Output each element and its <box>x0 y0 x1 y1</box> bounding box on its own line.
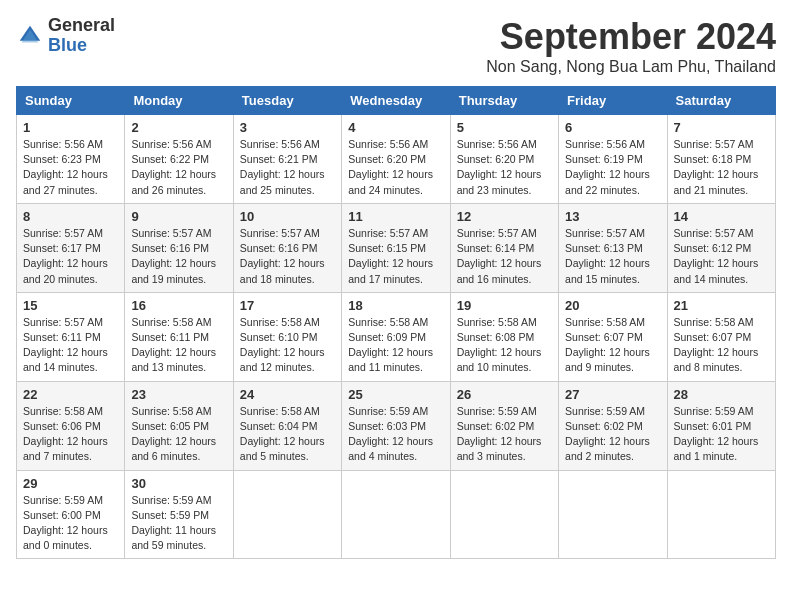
day-cell: 29Sunrise: 5:59 AMSunset: 6:00 PMDayligh… <box>17 470 125 559</box>
day-cell: 14Sunrise: 5:57 AMSunset: 6:12 PMDayligh… <box>667 203 775 292</box>
day-number: 29 <box>23 476 118 491</box>
day-cell: 8Sunrise: 5:57 AMSunset: 6:17 PMDaylight… <box>17 203 125 292</box>
week-row-5: 29Sunrise: 5:59 AMSunset: 6:00 PMDayligh… <box>17 470 776 559</box>
day-number: 6 <box>565 120 660 135</box>
day-cell <box>450 470 558 559</box>
day-cell <box>342 470 450 559</box>
day-number: 12 <box>457 209 552 224</box>
logo-blue-text: Blue <box>48 36 115 56</box>
day-info: Sunrise: 5:56 AMSunset: 6:22 PMDaylight:… <box>131 137 226 198</box>
day-cell: 2Sunrise: 5:56 AMSunset: 6:22 PMDaylight… <box>125 115 233 204</box>
day-info: Sunrise: 5:59 AMSunset: 6:01 PMDaylight:… <box>674 404 769 465</box>
day-cell: 4Sunrise: 5:56 AMSunset: 6:20 PMDaylight… <box>342 115 450 204</box>
day-info: Sunrise: 5:57 AMSunset: 6:16 PMDaylight:… <box>240 226 335 287</box>
day-info: Sunrise: 5:57 AMSunset: 6:12 PMDaylight:… <box>674 226 769 287</box>
day-number: 17 <box>240 298 335 313</box>
day-info: Sunrise: 5:56 AMSunset: 6:20 PMDaylight:… <box>457 137 552 198</box>
day-number: 1 <box>23 120 118 135</box>
day-cell: 30Sunrise: 5:59 AMSunset: 5:59 PMDayligh… <box>125 470 233 559</box>
day-number: 11 <box>348 209 443 224</box>
day-number: 15 <box>23 298 118 313</box>
day-cell: 5Sunrise: 5:56 AMSunset: 6:20 PMDaylight… <box>450 115 558 204</box>
header-cell-sunday: Sunday <box>17 87 125 115</box>
header-cell-thursday: Thursday <box>450 87 558 115</box>
day-info: Sunrise: 5:58 AMSunset: 6:08 PMDaylight:… <box>457 315 552 376</box>
day-cell: 24Sunrise: 5:58 AMSunset: 6:04 PMDayligh… <box>233 381 341 470</box>
week-row-1: 1Sunrise: 5:56 AMSunset: 6:23 PMDaylight… <box>17 115 776 204</box>
title-area: September 2024 Non Sang, Nong Bua Lam Ph… <box>486 16 776 76</box>
header-cell-saturday: Saturday <box>667 87 775 115</box>
header-cell-monday: Monday <box>125 87 233 115</box>
day-cell: 16Sunrise: 5:58 AMSunset: 6:11 PMDayligh… <box>125 292 233 381</box>
day-cell: 26Sunrise: 5:59 AMSunset: 6:02 PMDayligh… <box>450 381 558 470</box>
day-info: Sunrise: 5:56 AMSunset: 6:21 PMDaylight:… <box>240 137 335 198</box>
day-cell <box>559 470 667 559</box>
logo-text: General Blue <box>48 16 115 56</box>
day-cell: 6Sunrise: 5:56 AMSunset: 6:19 PMDaylight… <box>559 115 667 204</box>
day-cell: 25Sunrise: 5:59 AMSunset: 6:03 PMDayligh… <box>342 381 450 470</box>
day-cell: 22Sunrise: 5:58 AMSunset: 6:06 PMDayligh… <box>17 381 125 470</box>
day-number: 9 <box>131 209 226 224</box>
day-info: Sunrise: 5:56 AMSunset: 6:20 PMDaylight:… <box>348 137 443 198</box>
day-info: Sunrise: 5:58 AMSunset: 6:06 PMDaylight:… <box>23 404 118 465</box>
header-cell-wednesday: Wednesday <box>342 87 450 115</box>
day-number: 22 <box>23 387 118 402</box>
day-number: 25 <box>348 387 443 402</box>
day-number: 8 <box>23 209 118 224</box>
day-info: Sunrise: 5:58 AMSunset: 6:05 PMDaylight:… <box>131 404 226 465</box>
header-row: SundayMondayTuesdayWednesdayThursdayFrid… <box>17 87 776 115</box>
day-info: Sunrise: 5:57 AMSunset: 6:15 PMDaylight:… <box>348 226 443 287</box>
day-number: 20 <box>565 298 660 313</box>
day-number: 7 <box>674 120 769 135</box>
day-cell: 10Sunrise: 5:57 AMSunset: 6:16 PMDayligh… <box>233 203 341 292</box>
day-number: 10 <box>240 209 335 224</box>
header-cell-tuesday: Tuesday <box>233 87 341 115</box>
day-cell: 23Sunrise: 5:58 AMSunset: 6:05 PMDayligh… <box>125 381 233 470</box>
header: General Blue September 2024 Non Sang, No… <box>16 16 776 76</box>
day-number: 3 <box>240 120 335 135</box>
day-cell: 20Sunrise: 5:58 AMSunset: 6:07 PMDayligh… <box>559 292 667 381</box>
logo-general-text: General <box>48 16 115 36</box>
day-info: Sunrise: 5:58 AMSunset: 6:07 PMDaylight:… <box>674 315 769 376</box>
calendar-title: September 2024 <box>486 16 776 58</box>
day-info: Sunrise: 5:57 AMSunset: 6:18 PMDaylight:… <box>674 137 769 198</box>
day-info: Sunrise: 5:57 AMSunset: 6:17 PMDaylight:… <box>23 226 118 287</box>
day-number: 21 <box>674 298 769 313</box>
day-number: 24 <box>240 387 335 402</box>
day-info: Sunrise: 5:57 AMSunset: 6:14 PMDaylight:… <box>457 226 552 287</box>
day-info: Sunrise: 5:59 AMSunset: 6:00 PMDaylight:… <box>23 493 118 554</box>
week-row-4: 22Sunrise: 5:58 AMSunset: 6:06 PMDayligh… <box>17 381 776 470</box>
day-number: 23 <box>131 387 226 402</box>
logo-icon <box>16 22 44 50</box>
day-cell: 3Sunrise: 5:56 AMSunset: 6:21 PMDaylight… <box>233 115 341 204</box>
day-info: Sunrise: 5:59 AMSunset: 5:59 PMDaylight:… <box>131 493 226 554</box>
day-cell: 1Sunrise: 5:56 AMSunset: 6:23 PMDaylight… <box>17 115 125 204</box>
day-info: Sunrise: 5:59 AMSunset: 6:03 PMDaylight:… <box>348 404 443 465</box>
day-info: Sunrise: 5:58 AMSunset: 6:07 PMDaylight:… <box>565 315 660 376</box>
day-cell: 11Sunrise: 5:57 AMSunset: 6:15 PMDayligh… <box>342 203 450 292</box>
day-cell: 19Sunrise: 5:58 AMSunset: 6:08 PMDayligh… <box>450 292 558 381</box>
day-number: 18 <box>348 298 443 313</box>
day-cell: 27Sunrise: 5:59 AMSunset: 6:02 PMDayligh… <box>559 381 667 470</box>
day-cell: 28Sunrise: 5:59 AMSunset: 6:01 PMDayligh… <box>667 381 775 470</box>
header-cell-friday: Friday <box>559 87 667 115</box>
day-number: 5 <box>457 120 552 135</box>
day-number: 19 <box>457 298 552 313</box>
day-info: Sunrise: 5:56 AMSunset: 6:23 PMDaylight:… <box>23 137 118 198</box>
day-cell <box>233 470 341 559</box>
day-number: 4 <box>348 120 443 135</box>
day-number: 16 <box>131 298 226 313</box>
day-info: Sunrise: 5:57 AMSunset: 6:16 PMDaylight:… <box>131 226 226 287</box>
day-number: 14 <box>674 209 769 224</box>
day-info: Sunrise: 5:58 AMSunset: 6:09 PMDaylight:… <box>348 315 443 376</box>
day-info: Sunrise: 5:56 AMSunset: 6:19 PMDaylight:… <box>565 137 660 198</box>
week-row-3: 15Sunrise: 5:57 AMSunset: 6:11 PMDayligh… <box>17 292 776 381</box>
day-cell: 18Sunrise: 5:58 AMSunset: 6:09 PMDayligh… <box>342 292 450 381</box>
logo: General Blue <box>16 16 115 56</box>
day-number: 2 <box>131 120 226 135</box>
day-info: Sunrise: 5:58 AMSunset: 6:10 PMDaylight:… <box>240 315 335 376</box>
day-cell: 21Sunrise: 5:58 AMSunset: 6:07 PMDayligh… <box>667 292 775 381</box>
day-cell: 9Sunrise: 5:57 AMSunset: 6:16 PMDaylight… <box>125 203 233 292</box>
day-info: Sunrise: 5:58 AMSunset: 6:11 PMDaylight:… <box>131 315 226 376</box>
day-cell: 7Sunrise: 5:57 AMSunset: 6:18 PMDaylight… <box>667 115 775 204</box>
